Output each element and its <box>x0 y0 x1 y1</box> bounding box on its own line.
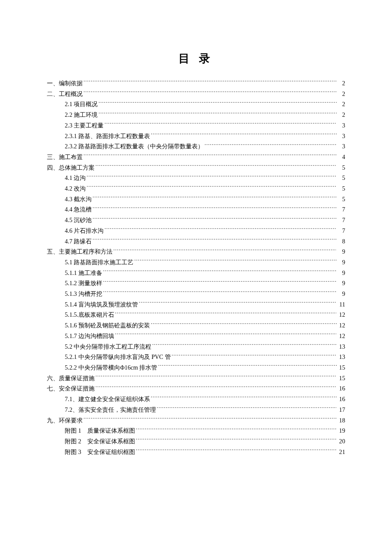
toc-text: 4.1 边沟 <box>65 173 86 183</box>
toc-page: 8 <box>337 236 345 247</box>
toc-text: 5.1.6 预制砼及钢筋砼盖板的安装 <box>65 320 150 331</box>
toc-text: 5.1.7 边沟沟槽回填 <box>65 331 114 341</box>
toc-leader <box>104 121 337 127</box>
toc-page: 9 <box>337 268 345 278</box>
toc-text: 5.2.2 中央分隔带横向Φ16cm 排水管 <box>65 362 157 373</box>
toc-text: 5.1.5.底板浆砌片石 <box>65 309 114 320</box>
toc-item[interactable]: 5.1 路基路面排水施工工艺9 <box>47 257 345 268</box>
toc-leader <box>84 153 337 159</box>
toc-leader <box>86 185 337 191</box>
toc-leader <box>152 342 337 348</box>
toc-leader <box>136 437 337 443</box>
toc-text: 2.1 项目概况 <box>65 99 98 110</box>
toc-page: 5 <box>337 162 345 173</box>
toc-item[interactable]: 五、主要施工程序和方法9 <box>47 246 345 257</box>
toc-text: 7.2、落实安全责任，实施责任管理 <box>65 405 156 415</box>
toc-text: 四、总体施工方案 <box>47 162 95 173</box>
toc-page: 2 <box>337 99 345 110</box>
toc-item[interactable]: 5.2.1 中央分隔带纵向排水盲沟及 PVC 管13 <box>47 352 345 362</box>
toc-text: 5.1.3 沟槽开挖 <box>65 289 102 299</box>
toc-item[interactable]: 附图 1 质量保证体系框图19 <box>47 425 345 436</box>
toc-leader <box>92 195 337 201</box>
toc-item[interactable]: 7.1、建立健全安全保证组织体系16 <box>47 394 345 405</box>
toc-leader <box>136 427 337 433</box>
toc-page: 13 <box>337 352 345 362</box>
toc-item[interactable]: 4.7 路缘石8 <box>47 236 345 247</box>
toc-leader <box>151 321 337 327</box>
toc-page: 13 <box>337 341 345 352</box>
toc-leader <box>157 406 337 412</box>
toc-page: 18 <box>337 415 345 426</box>
toc-page: 9 <box>337 289 345 299</box>
toc-page: 9 <box>337 246 345 257</box>
toc-leader <box>98 100 337 106</box>
toc-list: 一、编制依据2二、工程概况22.1 项目概况22.2 施工环境22.3 主要工程… <box>47 78 345 457</box>
toc-item[interactable]: 7.2、落实安全责任，实施责任管理17 <box>47 405 345 415</box>
toc-item[interactable]: 4.5 沉砂池7 <box>47 215 345 225</box>
toc-page: 4 <box>337 152 345 162</box>
toc-text: 5.2 中央分隔带排水工程工序流程 <box>65 341 151 352</box>
toc-item[interactable]: 六、质量保证措施15 <box>47 373 345 384</box>
toc-leader <box>139 301 337 306</box>
toc-item[interactable]: 5.2.2 中央分隔带横向Φ16cm 排水管15 <box>47 362 345 373</box>
toc-item[interactable]: 2.1 项目概况2 <box>47 99 345 110</box>
toc-text: 5.1 路基路面排水施工工艺 <box>65 257 133 268</box>
toc-text: 5.1.1 施工准备 <box>65 268 102 278</box>
toc-leader <box>113 248 337 254</box>
toc-text: 五、主要施工程序和方法 <box>47 246 112 257</box>
toc-leader <box>158 364 337 370</box>
toc-item[interactable]: 一、编制依据2 <box>47 78 345 89</box>
toc-text: 2.2 施工环境 <box>65 110 98 120</box>
toc-page: 16 <box>337 383 345 394</box>
toc-leader <box>134 258 337 264</box>
toc-item[interactable]: 4.6 片石排水沟7 <box>47 225 345 236</box>
toc-item[interactable]: 5.1.5.底板浆砌片石12 <box>47 309 345 320</box>
toc-item[interactable]: 2.3.2 路基路面排水工程数量表（中央分隔带数量表）3 <box>47 141 345 152</box>
toc-text: 六、质量保证措施 <box>47 373 95 384</box>
toc-item[interactable]: 2.3 主要工程量3 <box>47 120 345 131</box>
toc-text: 附图 2 安全保证体系框图 <box>65 436 135 447</box>
toc-item[interactable]: 2.2 施工环境2 <box>47 110 345 120</box>
toc-page: 12 <box>337 320 345 331</box>
toc-leader <box>172 353 337 359</box>
toc-page: 21 <box>337 447 345 457</box>
toc-leader <box>92 205 337 211</box>
toc-item[interactable]: 5.1.2 测量放样9 <box>47 278 345 289</box>
toc-text: 4.3 截水沟 <box>65 194 92 205</box>
toc-item[interactable]: 5.1.6 预制砼及钢筋砼盖板的安装12 <box>47 320 345 331</box>
toc-item[interactable]: 4.3 截水沟5 <box>47 194 345 205</box>
toc-text: 4.4 急流槽 <box>65 204 92 215</box>
toc-page: 12 <box>337 309 345 320</box>
toc-text: 5.1.2 测量放样 <box>65 278 102 289</box>
toc-item[interactable]: 5.2 中央分隔带排水工程工序流程13 <box>47 341 345 352</box>
toc-page: 16 <box>337 394 345 405</box>
toc-page: 5 <box>337 183 345 194</box>
toc-page: 5 <box>337 173 345 183</box>
toc-item[interactable]: 七、安全保证措施16 <box>47 383 345 394</box>
toc-item[interactable]: 九、环保要求18 <box>47 415 345 426</box>
toc-item[interactable]: 四、总体施工方案5 <box>47 162 345 173</box>
toc-item[interactable]: 4.2 改沟5 <box>47 183 345 194</box>
toc-item[interactable]: 附图 3 安全保证组织框图21 <box>47 447 345 457</box>
toc-leader <box>151 395 337 401</box>
toc-item[interactable]: 5.1.7 边沟沟槽回填12 <box>47 331 345 341</box>
toc-text: 七、安全保证措施 <box>47 383 95 394</box>
toc-page: 3 <box>337 131 345 142</box>
toc-text: 九、环保要求 <box>47 415 83 426</box>
toc-item[interactable]: 5.1.1 施工准备9 <box>47 268 345 278</box>
toc-text: 4.6 片石排水沟 <box>65 225 104 236</box>
toc-leader <box>205 142 337 148</box>
toc-item[interactable]: 附图 2 安全保证体系框图20 <box>47 436 345 447</box>
toc-item[interactable]: 5.1.3 沟槽开挖9 <box>47 289 345 299</box>
toc-item[interactable]: 4.4 急流槽7 <box>47 204 345 215</box>
toc-item[interactable]: 三、施工布置4 <box>47 152 345 162</box>
toc-leader <box>151 132 337 138</box>
toc-text: 5.2.1 中央分隔带纵向排水盲沟及 PVC 管 <box>65 352 171 362</box>
toc-item[interactable]: 4.1 边沟5 <box>47 173 345 183</box>
toc-item[interactable]: 5.1.4 盲沟填筑及预埋波纹管11 <box>47 299 345 310</box>
toc-page: 15 <box>337 373 345 384</box>
toc-item[interactable]: 二、工程概况2 <box>47 89 345 99</box>
toc-leader <box>84 90 337 96</box>
toc-text: 附图 1 质量保证体系框图 <box>65 425 135 436</box>
toc-item[interactable]: 2.3.1 路基、路面排水工程数量表3 <box>47 131 345 142</box>
